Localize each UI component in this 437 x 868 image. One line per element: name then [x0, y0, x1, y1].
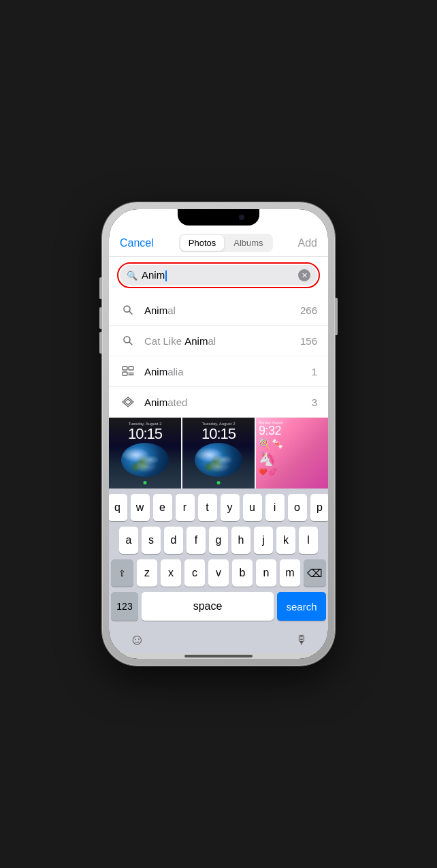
suggestion-animal[interactable]: Animal 266 — [109, 295, 328, 326]
key-w[interactable]: w — [131, 494, 150, 521]
key-h[interactable]: h — [231, 527, 250, 554]
suggestion-count-animated: 3 — [312, 397, 317, 408]
tab-albums[interactable]: Albums — [225, 235, 271, 251]
search-area: 🔍 Anim ✕ — [109, 257, 328, 295]
suggestion-text-cat: Cat Like Animal — [144, 335, 292, 347]
earth-image-2 — [195, 443, 242, 477]
key-v[interactable]: v — [208, 559, 229, 587]
search-suggestion-icon-2 — [120, 332, 136, 349]
key-l[interactable]: l — [299, 527, 318, 554]
search-icon: 🔍 — [127, 270, 137, 281]
cancel-button[interactable]: Cancel — [120, 237, 154, 249]
suggestion-count-cat: 156 — [300, 335, 317, 347]
key-i[interactable]: i — [265, 494, 285, 521]
photo-2-time: 10:15 — [201, 427, 236, 441]
green-dot-1 — [144, 481, 147, 484]
search-highlight-ring: 🔍 Anim ✕ — [117, 262, 320, 288]
key-x[interactable]: x — [161, 559, 181, 587]
camera-dot — [239, 215, 244, 220]
key-delete[interactable]: ⌫ — [304, 559, 326, 587]
bottom-toolbar: ☺ 🎙 — [109, 626, 328, 653]
photo-cell-1[interactable]: Tuesday, August 2 10:15 — [109, 418, 181, 489]
key-n[interactable]: n — [256, 559, 276, 587]
suggestion-animated[interactable]: Animated 3 — [109, 387, 328, 418]
key-y[interactable]: y — [221, 494, 240, 521]
keyboard: q w e r t y u i o p a s d f g — [109, 489, 328, 626]
key-u[interactable]: u — [243, 494, 262, 521]
suggestion-cat-like-animal[interactable]: Cat Like Animal 156 — [109, 326, 328, 356]
key-e[interactable]: e — [153, 494, 172, 521]
category-icon — [120, 363, 136, 379]
key-row-bottom: 123 space search — [111, 592, 326, 621]
key-row-1: q w e r t y u i o p — [111, 494, 326, 521]
earth-image-1 — [121, 443, 169, 477]
key-b[interactable]: b — [232, 559, 253, 587]
key-s[interactable]: s — [142, 527, 161, 554]
key-shift[interactable]: ⇧ — [111, 559, 133, 587]
svg-line-3 — [129, 342, 132, 345]
hearts-row: ❤️💕 — [259, 468, 276, 476]
key-g[interactable]: g — [209, 527, 228, 554]
search-input[interactable]: 🔍 Anim ✕ — [120, 265, 317, 285]
search-clear-button[interactable]: ✕ — [298, 269, 310, 281]
suggestion-text-animal: Animal — [144, 305, 292, 316]
emoji-container: 🍭🍬 — [259, 438, 283, 449]
svg-line-1 — [129, 311, 132, 314]
photos-grid: Tuesday, August 2 10:15 Tuesday, A — [109, 418, 328, 489]
home-bar — [184, 655, 253, 657]
home-indicator — [109, 653, 328, 659]
suggestion-count-animalia: 1 — [312, 366, 317, 377]
key-row-3: ⇧ z x c v b n m ⌫ — [111, 559, 326, 587]
animated-icon — [120, 394, 136, 410]
key-p[interactable]: p — [310, 494, 329, 521]
photo-cell-3[interactable]: Monday, August 9:32 🍭🍬 🦄 ❤️💕 — [256, 418, 328, 489]
key-space[interactable]: space — [142, 592, 274, 621]
key-o[interactable]: o — [288, 494, 307, 521]
emoji-button[interactable]: ☺ — [129, 631, 144, 649]
svg-rect-4 — [123, 367, 127, 370]
status-bar — [109, 209, 328, 228]
photo-1-time: 10:15 — [128, 427, 162, 441]
key-row-2: a s d f g h j k l — [111, 527, 326, 554]
key-f[interactable]: f — [187, 527, 206, 554]
suggestions-list: Animal 266 Cat Like Animal 156 — [109, 295, 328, 418]
key-z[interactable]: z — [137, 559, 157, 587]
add-button[interactable]: Add — [298, 237, 317, 249]
notch — [178, 209, 259, 226]
nav-tabs: Photos Albums — [179, 234, 273, 252]
green-dot-2 — [217, 481, 221, 484]
key-d[interactable]: d — [164, 527, 183, 554]
mic-button[interactable]: 🎙 — [295, 633, 308, 647]
suggestion-text-animated: Animated — [144, 397, 304, 408]
photo-cell-2[interactable]: Tuesday, August 2 10:15 — [182, 418, 255, 489]
svg-marker-10 — [125, 399, 131, 405]
search-value[interactable]: Anim — [142, 269, 294, 281]
svg-rect-6 — [123, 372, 127, 375]
key-r[interactable]: r — [176, 494, 195, 521]
nav-bar: Cancel Photos Albums Add — [109, 228, 328, 257]
search-suggestion-icon — [120, 302, 136, 318]
key-k[interactable]: k — [276, 527, 295, 554]
suggestion-count-animal: 266 — [300, 305, 317, 316]
key-q[interactable]: q — [109, 494, 127, 521]
tab-photos[interactable]: Photos — [180, 235, 224, 251]
key-t[interactable]: t — [198, 494, 217, 521]
key-j[interactable]: j — [254, 527, 273, 554]
photo-3-time: 9:32 — [259, 424, 281, 437]
key-search[interactable]: search — [277, 592, 326, 621]
suggestion-text-animalia: Animalia — [144, 366, 304, 377]
suggestion-animalia[interactable]: Animalia 1 — [109, 356, 328, 387]
key-a[interactable]: a — [119, 527, 138, 554]
key-m[interactable]: m — [280, 559, 300, 587]
key-c[interactable]: c — [184, 559, 205, 587]
svg-rect-5 — [129, 367, 133, 370]
key-123[interactable]: 123 — [111, 592, 138, 621]
phone-frame: Cancel Photos Albums Add 🔍 Anim ✕ — [102, 202, 335, 666]
